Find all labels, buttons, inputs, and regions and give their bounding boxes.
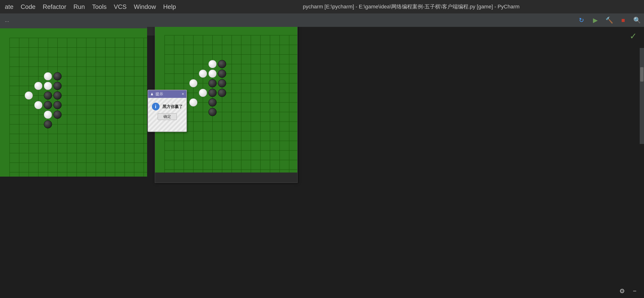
menu-item-run[interactable]: Run bbox=[74, 3, 85, 11]
white-stone[interactable] bbox=[199, 89, 207, 97]
toolbar-breadcrumb: ... bbox=[5, 17, 9, 23]
stop-button[interactable]: ■ bbox=[618, 16, 628, 25]
dialog-title-icon: ♟ bbox=[150, 92, 154, 96]
checkmark-icon: ✓ bbox=[630, 31, 637, 41]
scrollbar-thumb[interactable] bbox=[640, 67, 644, 82]
menu-item-tools[interactable]: Tools bbox=[92, 3, 106, 11]
black-stone[interactable] bbox=[218, 89, 226, 97]
white-stone[interactable] bbox=[208, 70, 216, 78]
left-board-grid bbox=[0, 28, 147, 177]
white-stone[interactable] bbox=[34, 82, 42, 90]
menu-item-code[interactable]: Code bbox=[20, 3, 36, 11]
black-stone[interactable] bbox=[54, 72, 62, 80]
dialog-body: i 黑方你赢了 确定 bbox=[148, 98, 186, 122]
white-stone[interactable] bbox=[44, 82, 52, 90]
toolbar-right-icons: ↻ ▶ 🔨 ■ 🔍 bbox=[577, 14, 642, 27]
menubar: ate Code Refactor Run Tools VCS Window H… bbox=[0, 0, 644, 14]
settings-icon[interactable]: ⚙ bbox=[618, 286, 626, 295]
black-stone[interactable] bbox=[54, 82, 62, 90]
black-stone[interactable] bbox=[44, 120, 52, 128]
info-icon: i bbox=[152, 103, 160, 110]
dialog-ok-button[interactable]: 确定 bbox=[158, 113, 177, 120]
black-stone[interactable] bbox=[54, 111, 62, 119]
run-button[interactable]: ▶ bbox=[591, 16, 600, 25]
black-stone[interactable] bbox=[218, 70, 226, 78]
minimize-icon[interactable]: − bbox=[630, 286, 639, 295]
black-stone[interactable] bbox=[218, 60, 226, 68]
menu-item-refactor[interactable]: Refactor bbox=[43, 3, 66, 11]
right-scrollbar[interactable] bbox=[640, 48, 644, 144]
dialog-box: ♟ 提示 × i 黑方你赢了 确定 bbox=[148, 90, 187, 132]
black-stone[interactable] bbox=[54, 91, 62, 100]
left-game-board[interactable] bbox=[0, 28, 147, 177]
left-game-window: 网络五子棋v2.0-服务器端 — □ bbox=[0, 18, 147, 177]
search-button[interactable]: 🔍 bbox=[632, 16, 642, 25]
dialog-message: 黑方你赢了 bbox=[162, 104, 183, 109]
black-stone[interactable] bbox=[218, 79, 226, 87]
white-stone[interactable] bbox=[34, 101, 42, 109]
menu-item-window[interactable]: Window bbox=[134, 3, 156, 11]
dialog-titlebar: ♟ 提示 × bbox=[148, 90, 186, 98]
black-stone[interactable] bbox=[44, 91, 52, 100]
menu-item-ate[interactable]: ate bbox=[5, 3, 14, 11]
white-stone[interactable] bbox=[189, 98, 198, 106]
black-stone[interactable] bbox=[208, 89, 216, 97]
toolbar: ... bbox=[0, 14, 644, 27]
black-stone[interactable] bbox=[208, 79, 216, 87]
dialog-close-button[interactable]: × bbox=[182, 92, 184, 96]
white-stone[interactable] bbox=[199, 70, 207, 78]
dialog-overlay: ♟ 提示 × i 黑方你赢了 确定 bbox=[148, 90, 187, 132]
black-stone[interactable] bbox=[208, 98, 216, 106]
black-stone[interactable] bbox=[54, 101, 62, 109]
dialog-info-row: i 黑方你赢了 bbox=[152, 103, 183, 110]
menu-item-help[interactable]: Help bbox=[163, 3, 176, 11]
refresh-button[interactable]: ↻ bbox=[577, 16, 586, 25]
dialog-title-text: 提示 bbox=[156, 92, 180, 97]
white-stone[interactable] bbox=[189, 79, 198, 87]
white-stone[interactable] bbox=[44, 111, 52, 119]
white-stone[interactable] bbox=[208, 60, 216, 68]
white-stone[interactable] bbox=[25, 91, 33, 100]
build-button[interactable]: 🔨 bbox=[605, 16, 614, 25]
black-stone[interactable] bbox=[44, 101, 52, 109]
black-stone[interactable] bbox=[208, 108, 216, 116]
menu-item-vcs[interactable]: VCS bbox=[114, 3, 126, 11]
bottom-right-icons: ⚙ − bbox=[618, 286, 639, 295]
white-stone[interactable] bbox=[44, 72, 52, 80]
pycharm-title: pycharm [E:\pycharm] - E:\game\idea\网络编程… bbox=[303, 3, 520, 10]
